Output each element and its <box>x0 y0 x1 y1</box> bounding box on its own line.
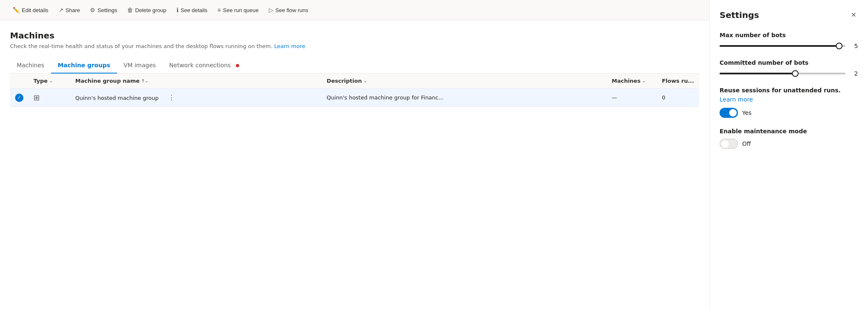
page-title: Machines <box>10 30 699 41</box>
hosted-machine-icon: ⊞ <box>33 93 40 102</box>
machine-groups-table: Type ⌄ Machine group name ↑⌄ <box>10 74 699 107</box>
sort-icon-desc: ⌄ <box>363 79 367 83</box>
reuse-sessions-learn-more[interactable]: Learn more <box>720 96 753 103</box>
maintenance-mode-toggle[interactable] <box>720 139 738 149</box>
reuse-sessions-toggle[interactable] <box>720 108 738 118</box>
maintenance-mode-section: Enable maintenance mode Off <box>720 128 858 149</box>
queue-icon: ≡ <box>217 7 221 13</box>
see-flow-runs-button[interactable]: ▷ See flow runs <box>265 4 313 16</box>
committed-bots-slider-row: 2 <box>720 70 858 77</box>
flow-icon: ▷ <box>269 7 273 13</box>
see-details-button[interactable]: ℹ See details <box>172 4 212 16</box>
col-header-checkbox <box>10 74 28 89</box>
max-bots-thumb[interactable] <box>836 43 842 49</box>
max-bots-fill <box>720 45 839 47</box>
committed-bots-fill <box>720 73 795 74</box>
edit-details-button[interactable]: ✏️ Edit details <box>8 4 53 16</box>
reuse-sessions-section: Reuse sessions for unattended runs. Lear… <box>720 87 858 118</box>
toolbar: ✏️ Edit details ↗ Share ⚙ Settings 🗑 Del… <box>0 0 709 20</box>
committed-bots-section: Committed number of bots 2 <box>720 59 858 77</box>
max-bots-value: 5 <box>850 43 858 49</box>
settings-panel: Settings ✕ Max number of bots 5 Committe… <box>709 0 868 310</box>
notification-dot <box>236 64 239 67</box>
tab-vm-images[interactable]: VM images <box>117 58 163 74</box>
settings-icon: ⚙ <box>90 7 95 13</box>
settings-button[interactable]: ⚙ Settings <box>86 4 121 16</box>
main-content: ✏️ Edit details ↗ Share ⚙ Settings 🗑 Del… <box>0 0 709 310</box>
committed-bots-value: 2 <box>850 70 858 77</box>
page-subtitle: Check the real-time health and status of… <box>10 43 699 49</box>
delete-icon: 🗑 <box>127 7 133 13</box>
col-header-flows[interactable]: Flows ru... <box>657 74 699 89</box>
panel-title: Settings <box>720 10 759 20</box>
maintenance-mode-label: Enable maintenance mode <box>720 128 858 135</box>
delete-group-button[interactable]: 🗑 Delete group <box>123 4 170 16</box>
tabs: Machines Machine groups VM images Networ… <box>10 58 699 74</box>
tab-network-connections[interactable]: Network connections <box>163 58 246 74</box>
checked-icon: ✓ <box>15 94 23 102</box>
row-name: Quinn's hosted machine group ⋮ <box>70 89 322 107</box>
committed-bots-label: Committed number of bots <box>720 59 858 66</box>
tab-machines[interactable]: Machines <box>10 58 51 74</box>
maintenance-knob <box>721 140 729 148</box>
edit-icon: ✏️ <box>13 7 20 13</box>
max-bots-track[interactable] <box>720 45 845 47</box>
row-type-icon: ⊞ <box>28 89 70 107</box>
max-bots-slider-row: 5 <box>720 43 858 49</box>
close-panel-button[interactable]: ✕ <box>849 10 858 20</box>
toggle-knob <box>729 109 737 117</box>
learn-more-link[interactable]: Learn more <box>274 43 305 49</box>
panel-header: Settings ✕ <box>720 10 858 20</box>
table-row[interactable]: ✓ ⊞ Quinn's hosted machine group ⋮ Quinn… <box>10 89 699 107</box>
table-container: Type ⌄ Machine group name ↑⌄ <box>10 74 699 107</box>
max-bots-label: Max number of bots <box>720 32 858 38</box>
sort-icon-type: ⌄ <box>49 79 53 83</box>
reuse-sessions-toggle-label: Yes <box>742 109 752 116</box>
row-machines: — <box>607 89 657 107</box>
page-body: Machines Check the real-time health and … <box>0 20 709 310</box>
info-icon: ℹ <box>176 7 179 13</box>
committed-bots-track[interactable] <box>720 73 845 74</box>
tab-machine-groups[interactable]: Machine groups <box>51 58 117 74</box>
row-more-button[interactable]: ⋮ <box>166 93 177 102</box>
col-header-description[interactable]: Description ⌄ <box>322 74 607 89</box>
share-button[interactable]: ↗ Share <box>54 4 84 16</box>
row-flows: 0 <box>657 89 699 107</box>
share-icon: ↗ <box>59 7 64 13</box>
col-header-machines[interactable]: Machines ⌄ <box>607 74 657 89</box>
committed-bots-thumb[interactable] <box>792 70 799 77</box>
reuse-sessions-label: Reuse sessions for unattended runs. <box>720 87 841 94</box>
col-header-type[interactable]: Type ⌄ <box>28 74 70 89</box>
max-bots-section: Max number of bots 5 <box>720 32 858 49</box>
sort-icon-machines: ⌄ <box>642 79 646 83</box>
see-run-queue-button[interactable]: ≡ See run queue <box>213 4 263 16</box>
row-checkbox[interactable]: ✓ <box>10 89 28 107</box>
maintenance-mode-toggle-label: Off <box>742 140 751 147</box>
col-header-name[interactable]: Machine group name ↑⌄ <box>70 74 322 89</box>
row-description: Quinn's hosted machine group for Financ.… <box>322 89 607 107</box>
sort-icon-name: ↑⌄ <box>141 79 148 83</box>
